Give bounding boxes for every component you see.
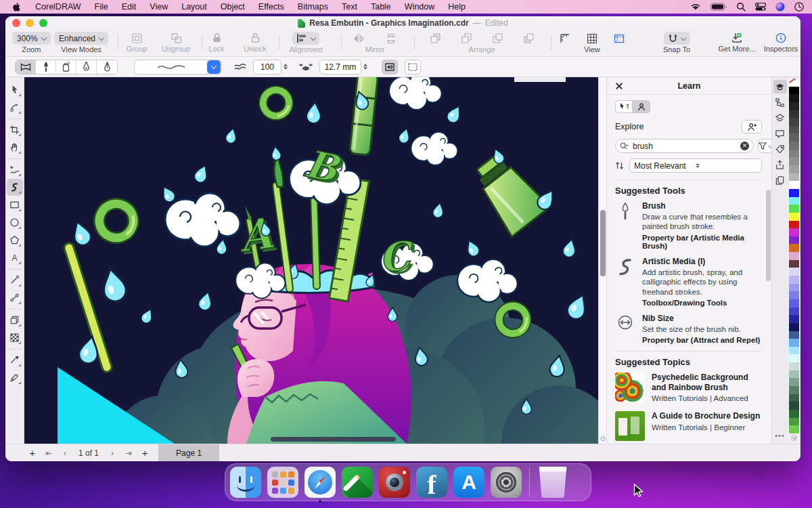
menu-item[interactable]: Help: [441, 2, 472, 12]
system-settings-dock-icon[interactable]: [491, 467, 522, 498]
sort-dropdown[interactable]: Most Relevant: [629, 158, 762, 173]
account-button[interactable]: [742, 120, 762, 133]
get-more-button[interactable]: Get More...: [712, 32, 762, 53]
tool-eyedropper[interactable]: [7, 352, 23, 368]
tool-text[interactable]: A: [7, 249, 23, 266]
search-box[interactable]: ✕: [615, 139, 754, 153]
zoom-corner-icon[interactable]: ⊙: [600, 436, 606, 442]
color-swatch[interactable]: [789, 378, 799, 386]
color-swatch[interactable]: [789, 110, 799, 119]
smoothing-stepper[interactable]: [284, 64, 288, 70]
tool-shape[interactable]: [7, 99, 23, 116]
selection-rect-button[interactable]: [405, 60, 421, 75]
topic-psychedelic[interactable]: Psychedelic Background and Rainbow Brush…: [615, 373, 762, 402]
color-swatch[interactable]: [789, 308, 799, 316]
color-swatch[interactable]: [789, 157, 799, 165]
inspectors-button[interactable]: Inspectors: [762, 32, 800, 53]
page-tab[interactable]: Page 1: [158, 444, 219, 462]
apple-menu-icon[interactable]: [12, 2, 22, 12]
next-page-button[interactable]: ›: [104, 448, 120, 458]
menu-item[interactable]: Effects: [252, 2, 291, 12]
color-swatch[interactable]: [789, 291, 799, 299]
arrange-controls[interactable]: Arrange: [421, 32, 543, 54]
learn-tab-icon[interactable]: [773, 80, 787, 93]
duplicate-tab-icon[interactable]: [773, 173, 787, 187]
panel-scrollbar[interactable]: [766, 190, 771, 281]
menu-item[interactable]: Table: [364, 2, 398, 12]
color-swatch[interactable]: [789, 221, 799, 229]
objects-tab-icon[interactable]: [773, 96, 787, 109]
launchpad-dock-icon[interactable]: [267, 467, 298, 498]
finder-dock-icon[interactable]: [230, 467, 261, 498]
ungroup-button[interactable]: Ungroup: [156, 32, 196, 53]
stroke-preset-dropdown[interactable]: [134, 60, 222, 75]
color-swatch[interactable]: [789, 410, 799, 418]
menu-item[interactable]: Edit: [115, 2, 143, 12]
tool-contour[interactable]: [7, 312, 23, 329]
suggested-tool-nib-size[interactable]: Nib Size Set the size of the brush nib. …: [615, 314, 762, 344]
color-swatch[interactable]: [789, 354, 799, 362]
explore-person-button[interactable]: [633, 100, 650, 113]
menu-item[interactable]: Window: [398, 2, 441, 12]
search-icon[interactable]: [736, 2, 746, 12]
tool-smart-fill[interactable]: [7, 369, 23, 386]
tool-ellipse[interactable]: [7, 214, 23, 231]
color-swatch[interactable]: [789, 173, 799, 182]
alignment-control[interactable]: Alignment: [277, 32, 334, 54]
export-tab-icon[interactable]: [773, 158, 787, 171]
color-swatch[interactable]: [789, 260, 799, 268]
border-fill-toggle[interactable]: [382, 60, 398, 75]
color-swatch[interactable]: [789, 142, 799, 150]
tags-tab-icon[interactable]: [773, 142, 787, 156]
layers-tab-icon[interactable]: [773, 111, 787, 125]
tool-polyline[interactable]: [7, 289, 23, 306]
mirror-controls[interactable]: Mirror: [342, 32, 407, 54]
comments-tab-icon[interactable]: [773, 127, 787, 140]
group-button[interactable]: Group: [116, 32, 157, 53]
first-page-button[interactable]: ⇤: [41, 448, 57, 458]
drawing-canvas[interactable]: A A B B C C: [24, 77, 598, 444]
menu-item[interactable]: Layout: [175, 2, 214, 12]
menu-item[interactable]: View: [143, 2, 175, 12]
tool-pan[interactable]: [7, 139, 23, 156]
smoothing-input[interactable]: 100: [253, 60, 281, 75]
menu-item[interactable]: Text: [335, 2, 364, 12]
sprayer-mode-button[interactable]: [56, 60, 76, 74]
topic-brochure[interactable]: A Guide to Brochure Design Written Tutor…: [615, 411, 762, 441]
suggested-tool-artistic-media[interactable]: Artistic Media (I) Add artistic brush, s…: [615, 257, 762, 307]
color-swatch[interactable]: [789, 213, 799, 221]
safari-dock-icon[interactable]: [304, 467, 336, 498]
prev-page-button[interactable]: ‹: [57, 448, 73, 458]
tool-polygon[interactable]: [7, 232, 23, 249]
color-swatch[interactable]: [789, 299, 799, 308]
add-page-button[interactable]: +: [24, 447, 41, 459]
color-swatch[interactable]: [789, 323, 799, 331]
tool-crop[interactable]: [7, 121, 23, 138]
tool-freehand[interactable]: [7, 161, 23, 178]
color-swatch[interactable]: [789, 386, 799, 394]
palette-scroll-down-icon[interactable]: [789, 433, 799, 442]
zoom-control[interactable]: 300% Zoom: [12, 32, 51, 54]
tool-pick[interactable]: [7, 81, 23, 98]
tool-artistic-media[interactable]: [7, 179, 23, 196]
color-swatch[interactable]: [789, 394, 799, 402]
color-swatch[interactable]: [789, 371, 799, 379]
color-swatch[interactable]: [789, 228, 799, 236]
color-swatch[interactable]: [789, 102, 799, 110]
battery-icon[interactable]: [710, 3, 727, 11]
menu-item[interactable]: Bitmaps: [291, 2, 335, 12]
menu-item[interactable]: CorelDRAW: [28, 2, 88, 12]
color-swatch[interactable]: [789, 197, 799, 205]
hints-cursor-button[interactable]: ?: [615, 100, 633, 113]
facebook-dock-icon[interactable]: f: [416, 467, 447, 498]
unlock-button[interactable]: Unlock: [237, 32, 273, 53]
last-page-button[interactable]: ⇥: [120, 448, 137, 458]
control-center-icon[interactable]: [755, 3, 766, 11]
color-swatch[interactable]: [789, 268, 799, 276]
more-options-icon[interactable]: •••: [775, 431, 785, 440]
trash-dock-icon[interactable]: [537, 467, 568, 498]
canvas-vertical-scrollbar[interactable]: ⊙: [598, 77, 606, 444]
artistic-media-mode-segmented[interactable]: [15, 60, 118, 75]
nib-width-stepper[interactable]: [363, 64, 368, 70]
color-swatch[interactable]: [789, 79, 799, 87]
